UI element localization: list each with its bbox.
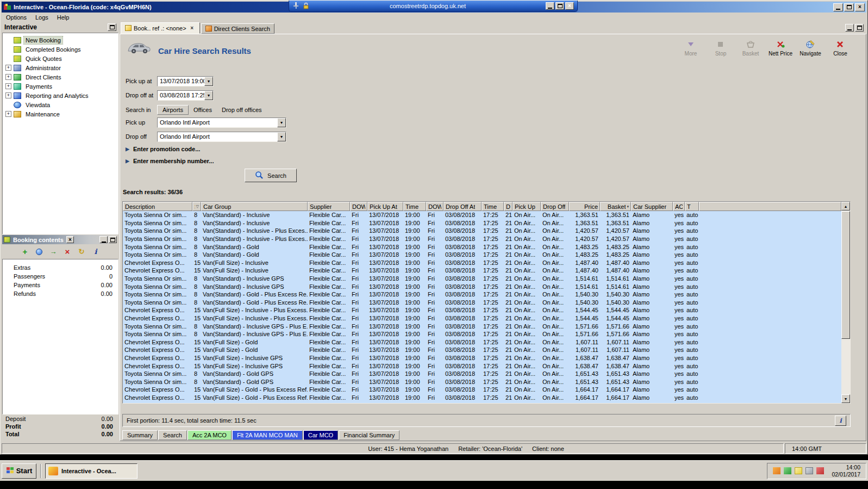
rdp-close-icon[interactable]: ×	[565, 2, 574, 10]
table-row[interactable]: Toyota Sienna Or sim...8Van(Standard) - …	[123, 235, 841, 243]
bottom-tab-car-mco[interactable]: Car MCO	[303, 430, 338, 440]
navigate-button[interactable]: Navigate	[798, 40, 823, 57]
sidebar-item-viewdata[interactable]: Viewdata	[3, 100, 118, 109]
table-row[interactable]: Chevrolet Express O...15Van(Full Size) -…	[123, 267, 841, 275]
table-row[interactable]: Toyota Sienna Or sim...8Van(Standard) - …	[123, 251, 841, 259]
column-header-drop-off-12[interactable]: Drop Off	[541, 202, 569, 211]
sidebar-item-completed-bookings[interactable]: Completed Bookings	[3, 45, 118, 54]
rdp-restore-icon[interactable]	[555, 2, 564, 10]
bottom-tab-financial-summary[interactable]: Financial Summary	[339, 430, 399, 440]
info-icon[interactable]: i	[92, 247, 100, 256]
table-row[interactable]: Toyota Sienna Or sim...8Van(Standard) - …	[123, 243, 841, 251]
table-row[interactable]: Chevrolet Express O...15Van(Full Size) -…	[123, 346, 841, 354]
booking-contents-close-icon[interactable]: ×	[66, 236, 74, 243]
table-row[interactable]: Toyota Sienna Or sim...8Van(Standard) - …	[123, 282, 841, 290]
expand-icon[interactable]: +	[5, 65, 11, 71]
promotion-code-expander[interactable]: ▶ Enter promotion code...	[126, 146, 200, 152]
column-header-basket-14[interactable]: Basket▾	[600, 202, 631, 211]
column-header-description-0[interactable]: Description	[123, 202, 192, 211]
mdi-restore-icon[interactable]	[855, 24, 864, 32]
booking-row-passengers[interactable]: Passengers0	[3, 272, 118, 281]
table-row[interactable]: Chevrolet Express O...15Van(Full Size) -…	[123, 314, 841, 323]
column-header-t-17[interactable]: T	[685, 202, 699, 211]
start-button[interactable]: Start	[2, 463, 36, 479]
refresh-icon[interactable]: ↻	[78, 247, 86, 256]
column-header-car-supplier-15[interactable]: Car Supplier	[631, 202, 673, 211]
nett-price-button[interactable]: Nett Price	[768, 40, 793, 57]
delete-icon[interactable]: ×	[64, 247, 72, 256]
more-button[interactable]: More	[678, 40, 703, 57]
expand-icon[interactable]: +	[5, 83, 11, 89]
column-header-time-6[interactable]: Time	[403, 202, 426, 211]
menu-logs[interactable]: Logs	[31, 14, 53, 21]
dropoff-select[interactable]: Orlando Intl Airport ▼	[157, 132, 286, 142]
tab-booking-ref[interactable]: Book.. ref .: <none> ×	[121, 22, 200, 34]
column-header-pick-up-11[interactable]: Pick Up	[513, 202, 541, 211]
pickup-at-dropdown-icon[interactable]: ▼	[204, 77, 213, 86]
tray-app-icon[interactable]	[773, 467, 780, 474]
taskbar-task-interactive[interactable]: Interactive - Ocea...	[45, 463, 138, 479]
column-header-dow-4[interactable]: DOW	[350, 202, 367, 211]
bottom-tab-search[interactable]: Search	[158, 430, 187, 440]
column-header-s-1[interactable]: S▽	[192, 202, 201, 211]
tray-volume-icon[interactable]	[816, 467, 824, 474]
sidebar-item-reporting-and-analytics[interactable]: +Reporting and Analytics	[3, 91, 118, 100]
menu-help[interactable]: Help	[53, 14, 74, 21]
scrollbar-thumb[interactable]	[841, 211, 850, 339]
sidebar-item-administrator[interactable]: +Administrator	[3, 63, 118, 72]
tray-printer-icon[interactable]	[805, 467, 813, 474]
search-in-tab-drop-off-offices[interactable]: Drop off offices	[217, 106, 267, 114]
column-header-pick-up-at-5[interactable]: Pick Up At	[367, 202, 403, 211]
pickup-at-input[interactable]: 13/07/2018 19:00 ▼	[157, 76, 214, 86]
column-header-car-group-2[interactable]: Car Group	[201, 202, 308, 211]
table-row[interactable]: Toyota Sienna Or sim...8Van(Standard) - …	[123, 275, 841, 283]
close-page-button[interactable]: Close	[828, 40, 853, 57]
sidebar-item-quick-quotes[interactable]: Quick Quotes	[3, 54, 118, 63]
search-in-tab-airports[interactable]: Airports	[157, 105, 189, 115]
scroll-up-icon[interactable]: ▲	[841, 202, 850, 211]
booking-minimize-icon[interactable]	[99, 236, 108, 243]
booking-row-refunds[interactable]: Refunds0.00	[3, 289, 118, 298]
sidebar-item-direct-clients[interactable]: +Direct Clients	[3, 72, 118, 82]
table-row[interactable]: Toyota Sienna Or sim...8Van(Standard) - …	[123, 219, 841, 227]
bottom-tab-acc-2a-mco[interactable]: Acc 2A MCO	[188, 430, 232, 440]
maximize-icon[interactable]	[844, 3, 854, 11]
booking-restore-icon[interactable]	[109, 236, 117, 243]
table-row[interactable]: Toyota Sienna Or sim...8Van(Standard) - …	[123, 330, 841, 338]
sidebar-item-maintenance[interactable]: +Maintenance	[3, 109, 118, 119]
table-row[interactable]: Chevrolet Express O...15Van(Full Size) -…	[123, 259, 841, 267]
rdp-minimize-icon[interactable]	[546, 2, 554, 10]
table-row[interactable]: Toyota Sienna Or sim...8Van(Standard) - …	[123, 322, 841, 330]
mdi-minimize-icon[interactable]	[845, 24, 854, 32]
table-row[interactable]: Chevrolet Express O...15Van(Full Size) -…	[123, 401, 841, 403]
table-row[interactable]: Toyota Sienna Or sim...8Van(Standard) - …	[123, 299, 841, 307]
info-button[interactable]: i	[835, 416, 846, 426]
table-row[interactable]: Toyota Sienna Or sim...8Van(Standard) - …	[123, 370, 841, 378]
booking-contents-titlebar[interactable]: Booking contents ×	[2, 235, 118, 244]
dropoff-at-input[interactable]: 03/08/2018 17:25 ▼	[157, 90, 214, 101]
column-header-d-10[interactable]: D	[504, 202, 513, 211]
pin-icon[interactable]	[292, 2, 299, 10]
column-header-price-13[interactable]: Price	[569, 202, 600, 211]
table-row[interactable]: Toyota Sienna Or sim...8Van(Standard) - …	[123, 290, 841, 299]
table-row[interactable]: Chevrolet Express O...15Van(Full Size) -…	[123, 354, 841, 362]
filter-icon[interactable]: ▽	[196, 205, 199, 209]
bottom-tab-flt-2a-man-mco-man[interactable]: Flt 2A MAN MCO MAN	[232, 430, 303, 440]
table-row[interactable]: Toyota Sienna Or sim...8Van(Standard) - …	[123, 211, 841, 219]
column-header-supplier-3[interactable]: Supplier	[308, 202, 350, 211]
column-header-time-9[interactable]: Time	[482, 202, 504, 211]
table-row[interactable]: Chevrolet Express O...15Van(Full Size) -…	[123, 306, 841, 314]
minimize-icon[interactable]	[833, 3, 843, 11]
transfer-icon[interactable]: →	[49, 247, 58, 256]
table-row[interactable]: Chevrolet Express O...15Van(Full Size) -…	[123, 338, 841, 346]
sidebar-item-new-booking[interactable]: New Booking	[3, 35, 118, 45]
world-icon[interactable]	[35, 247, 43, 256]
close-icon[interactable]: ×	[855, 3, 865, 11]
table-row[interactable]: Chevrolet Express O...15Van(Full Size) -…	[123, 362, 841, 370]
column-header-ac-16[interactable]: AC	[673, 202, 685, 211]
menu-options[interactable]: Options	[2, 14, 31, 21]
search-in-tab-offices[interactable]: Offices	[189, 106, 217, 114]
basket-button[interactable]: Basket	[738, 40, 763, 57]
vertical-scrollbar[interactable]: ▲ ▼	[841, 202, 850, 403]
tray-network-icon[interactable]	[784, 467, 791, 474]
